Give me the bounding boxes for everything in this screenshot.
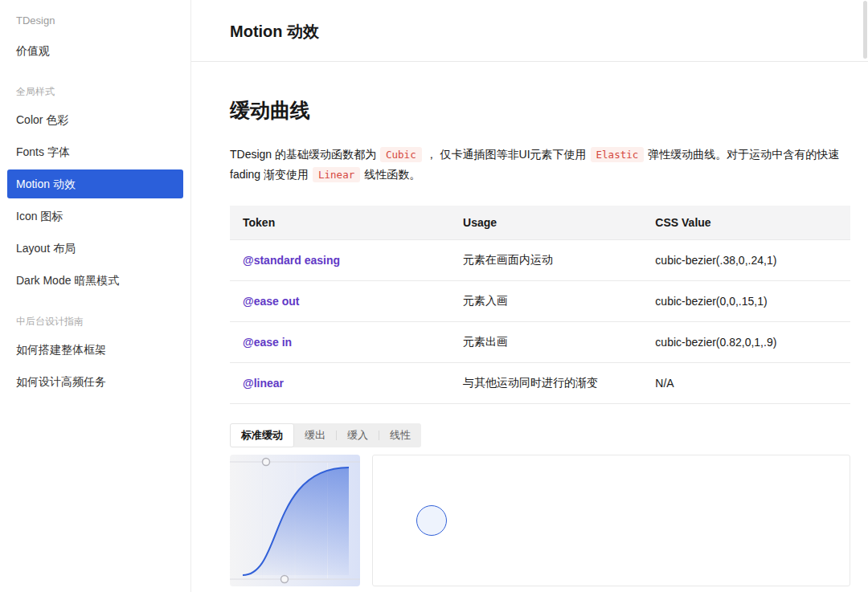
page-title: Motion 动效 xyxy=(230,21,829,43)
col-header-usage: Usage xyxy=(450,206,642,240)
curve-fill xyxy=(243,467,349,575)
tab-ease-out[interactable]: 缓出 xyxy=(294,423,336,447)
token-ease-in: @ease in xyxy=(230,322,450,363)
usage-cell: 与其他运动同时进行的渐变 xyxy=(450,363,642,404)
vertical-scrollbar-thumb[interactable] xyxy=(863,1,867,59)
sidebar-item-motion[interactable]: Motion 动效 xyxy=(7,169,183,198)
sidebar-item-high-freq-tasks[interactable]: 如何设计高频任务 xyxy=(0,365,190,398)
sidebar-item-values[interactable]: 价值观 xyxy=(0,35,190,67)
intro-text-1: TDesign 的基础缓动函数都为 xyxy=(230,148,376,161)
table-row: @ease out 元素入画 cubic-bezier(0,0,.15,1) xyxy=(230,281,850,322)
easing-demo xyxy=(230,455,850,586)
table-row: @linear 与其他运动同时进行的渐变 N/A xyxy=(230,363,850,404)
easing-token-table: Token Usage CSS Value @standard easing 元… xyxy=(230,206,850,404)
token-linear: @linear xyxy=(230,363,450,404)
col-header-css-value: CSS Value xyxy=(642,206,850,240)
css-value-cell: cubic-bezier(0.82,0,1,.9) xyxy=(642,322,850,363)
tab-standard-easing[interactable]: 标准缓动 xyxy=(230,423,294,447)
css-value-cell: N/A xyxy=(642,363,850,404)
animation-preview-panel xyxy=(372,455,850,586)
main-area: Motion 动效 缓动曲线 TDesign 的基础缓动函数都为Cubic， 仅… xyxy=(191,0,868,592)
page-header: Motion 动效 xyxy=(191,0,868,62)
bezier-curve-panel xyxy=(230,455,360,586)
sidebar: TDesign 价值观 全局样式 Color 色彩 Fonts 字体 Motio… xyxy=(0,0,191,592)
intro-text-2: ， 仅卡通插图等非UI元素下使用 xyxy=(426,148,587,161)
sidebar-item-fonts[interactable]: Fonts 字体 xyxy=(0,136,190,168)
code-elastic: Elastic xyxy=(591,147,645,162)
sidebar-section-admin-guide: 中后台设计指南 xyxy=(0,309,190,333)
sidebar-section-global-styles: 全局样式 xyxy=(0,80,190,104)
sidebar-item-dark-mode[interactable]: Dark Mode 暗黑模式 xyxy=(0,264,190,296)
sidebar-item-icon[interactable]: Icon 图标 xyxy=(0,200,190,232)
sidebar-item-color[interactable]: Color 色彩 xyxy=(0,104,190,136)
css-value-cell: cubic-bezier(.38,0,.24,1) xyxy=(642,240,850,281)
tab-linear[interactable]: 线性 xyxy=(379,423,421,447)
css-value-cell: cubic-bezier(0,0,.15,1) xyxy=(642,281,850,322)
usage-cell: 元素在画面内运动 xyxy=(450,240,642,281)
code-cubic: Cubic xyxy=(380,147,422,162)
section-title: 缓动曲线 xyxy=(230,97,850,124)
brand-logo[interactable]: TDesign xyxy=(0,11,190,35)
animated-ball xyxy=(416,505,447,536)
sidebar-item-layout[interactable]: Layout 布局 xyxy=(0,232,190,264)
sidebar-item-framework[interactable]: 如何搭建整体框架 xyxy=(0,333,190,365)
curve-handle-bottom[interactable] xyxy=(281,576,289,583)
intro-paragraph: TDesign 的基础缓动函数都为Cubic， 仅卡通插图等非UI元素下使用El… xyxy=(230,145,850,185)
bezier-curve-svg xyxy=(230,455,360,586)
intro-text-4: 线性函数。 xyxy=(364,168,420,181)
code-linear: Linear xyxy=(313,167,360,182)
token-standard-easing: @standard easing xyxy=(230,240,450,281)
easing-demo-tabs: 标准缓动 缓出 缓入 线性 xyxy=(230,423,421,447)
table-header-row: Token Usage CSS Value xyxy=(230,206,850,240)
table-row: @ease in 元素出画 cubic-bezier(0.82,0,1,.9) xyxy=(230,322,850,363)
usage-cell: 元素入画 xyxy=(450,281,642,322)
curve-handle-top[interactable] xyxy=(263,459,270,466)
col-header-token: Token xyxy=(230,206,450,240)
content: 缓动曲线 TDesign 的基础缓动函数都为Cubic， 仅卡通插图等非UI元素… xyxy=(191,97,868,592)
usage-cell: 元素出画 xyxy=(450,322,642,363)
tab-ease-in[interactable]: 缓入 xyxy=(337,423,379,447)
table-row: @standard easing 元素在画面内运动 cubic-bezier(.… xyxy=(230,240,850,281)
token-ease-out: @ease out xyxy=(230,281,450,322)
